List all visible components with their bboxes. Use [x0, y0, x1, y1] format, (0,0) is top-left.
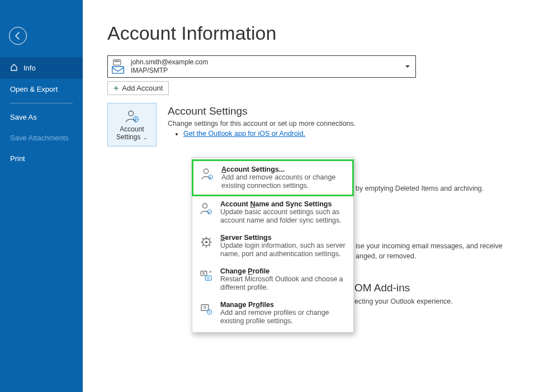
menu-item-manage-profiles[interactable]: Manage Profiles Add and remove profiles …	[192, 296, 353, 330]
menu-desc: Update basic account settings such as ac…	[220, 208, 347, 225]
menu-item-account-settings[interactable]: Account Settings... Add and remove accou…	[192, 159, 354, 196]
svg-line-23	[209, 245, 210, 246]
section-desc: Change settings for this account or set …	[168, 120, 356, 127]
back-button[interactable]	[9, 27, 27, 45]
svg-rect-0	[113, 60, 121, 65]
add-account-button[interactable]: + Add Account	[107, 81, 169, 95]
tile-line1: Account	[120, 125, 144, 133]
bg-mailbox-fragment: by emptying Deleted Items and archiving.	[356, 183, 484, 193]
svg-point-27	[203, 272, 205, 274]
account-icon	[110, 58, 127, 75]
sidebar-label-open-export: Open & Export	[10, 85, 58, 93]
person-gear-icon	[124, 108, 140, 124]
menu-title: Server Settings	[220, 234, 347, 242]
add-account-label: Add Account	[122, 84, 163, 92]
gear-icon	[198, 234, 215, 249]
svg-rect-1	[115, 61, 120, 62]
svg-point-29	[207, 277, 209, 278]
sidebar-item-open-export[interactable]: Open & Export	[0, 79, 83, 100]
svg-point-17	[205, 241, 207, 243]
main-content: Account Information john.smith@example.c…	[83, 0, 549, 392]
menu-title: Manage Profiles	[220, 301, 347, 309]
menu-desc: Restart Microsoft Outlook and choose a d…	[220, 275, 347, 292]
menu-item-name-sync[interactable]: Account Name and Sync Settings Update ba…	[192, 196, 353, 229]
menu-item-change-profile[interactable]: Change Profile Restart Microsoft Outlook…	[192, 263, 353, 296]
svg-point-15	[209, 211, 210, 212]
account-settings-menu: Account Settings... Add and remove accou…	[192, 157, 354, 333]
menu-desc: Add and remove profiles or change existi…	[220, 309, 347, 325]
sidebar-label-save-as: Save As	[10, 113, 37, 121]
tile-line2: Settings	[116, 133, 140, 141]
svg-rect-26	[201, 271, 207, 276]
svg-point-33	[209, 311, 210, 313]
account-protocol: IMAP/SMTP	[131, 67, 208, 75]
bg-rules-fragment: ise your incoming email messages, and re…	[356, 241, 503, 261]
sidebar-divider	[10, 103, 73, 103]
page-title: Account Information	[107, 22, 549, 44]
svg-rect-28	[205, 276, 211, 280]
account-settings-section: Account Settings Change settings for thi…	[168, 103, 356, 147]
profile-gear-icon	[198, 301, 215, 317]
sidebar-item-print[interactable]: Print	[0, 148, 83, 169]
person-gear-icon	[198, 200, 215, 216]
plus-icon: +	[113, 85, 119, 92]
svg-line-22	[202, 238, 203, 239]
menu-title: Change Profile	[220, 267, 347, 275]
svg-point-3	[129, 111, 134, 116]
menu-title: Account Name and Sync Settings	[220, 200, 347, 208]
sidebar-item-info[interactable]: Info	[0, 57, 83, 79]
menu-desc: Add and remove accounts or change existi…	[221, 173, 346, 190]
svg-rect-30	[201, 305, 209, 311]
account-email: john.smith@example.com	[131, 58, 208, 67]
svg-point-31	[204, 306, 206, 309]
svg-rect-2	[112, 67, 124, 73]
svg-point-10	[204, 169, 209, 173]
person-gear-icon	[199, 166, 216, 181]
sidebar-label-info: Info	[23, 64, 36, 72]
sidebar-item-save-as[interactable]: Save As	[0, 107, 83, 127]
account-settings-tile[interactable]: Account Settings ⌄	[107, 103, 157, 147]
svg-point-13	[203, 204, 207, 208]
svg-line-25	[202, 245, 203, 246]
svg-point-5	[135, 118, 137, 120]
dropdown-caret-icon	[405, 65, 410, 68]
bg-addins-fragment: OM Add-ins ecting your Outlook experienc…	[354, 282, 453, 304]
sidebar-label-print: Print	[10, 154, 25, 163]
outlook-app-link[interactable]: Get the Outlook app for iOS or Android.	[183, 130, 305, 138]
tile-caret-icon: ⌄	[141, 135, 148, 140]
svg-line-24	[209, 238, 210, 239]
menu-desc: Update login information, such as server…	[220, 242, 347, 258]
sidebar-item-save-attachments: Save Attachments	[0, 127, 83, 148]
menu-title: Account Settings...	[221, 166, 346, 173]
sidebar-label-save-attachments: Save Attachments	[10, 134, 69, 142]
account-picker[interactable]: john.smith@example.com IMAP/SMTP	[107, 55, 416, 78]
svg-point-12	[210, 177, 211, 178]
home-icon	[10, 63, 18, 73]
profile-swap-icon	[198, 267, 215, 283]
backstage-sidebar: Info Open & Export Save As Save Attachme…	[0, 0, 83, 392]
menu-item-server-settings[interactable]: Server Settings Update login information…	[192, 229, 353, 263]
section-heading: Account Settings	[168, 105, 356, 117]
back-arrow-icon	[13, 31, 22, 40]
